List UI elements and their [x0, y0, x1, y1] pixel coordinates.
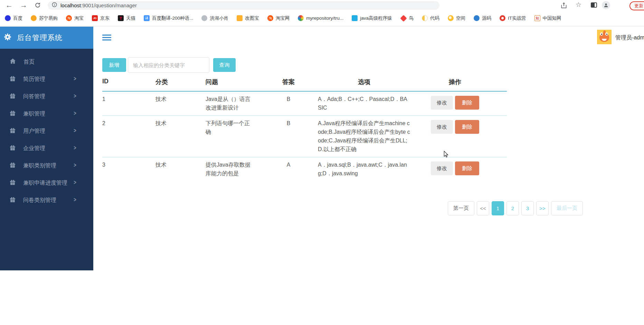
cell-question: 提供Java存取数据库能力的包是: [206, 157, 269, 181]
add-button[interactable]: 新增: [102, 58, 126, 72]
qzone-icon: [448, 15, 454, 21]
edit-button[interactable]: 修改: [431, 120, 453, 134]
edit-button[interactable]: 修改: [431, 161, 453, 175]
pagination-page-2[interactable]: 2: [506, 201, 519, 215]
edit-button[interactable]: 修改: [431, 96, 453, 110]
update-button[interactable]: 更新: [629, 1, 644, 10]
refresh-icon[interactable]: [35, 2, 41, 10]
cell-answer: B: [269, 116, 307, 131]
sidebar-item-qa-mgmt[interactable]: 问答管理 >: [0, 88, 93, 105]
cell-options: A．java.sql;B．java.awt;C．java.lang;D．java…: [307, 157, 418, 181]
back-icon[interactable]: ←: [6, 0, 13, 10]
pagination-next[interactable]: >>: [536, 201, 549, 215]
info-icon[interactable]: [52, 2, 57, 9]
bookmarks-bar: 百度 苏宁易购 淘淘宝 JD京东 T天猫 译百度翻译-200种语... 洪湖小肖…: [0, 10, 644, 26]
bookmark-bilibili[interactable]: java高级程序猿: [352, 15, 392, 21]
bookmark-bird[interactable]: 鸟: [400, 15, 414, 21]
main-content: 新增 查询 ID 分类 问题 答案 选项 操作 1 技术 Java是从（）语言改…: [93, 49, 644, 325]
bookmark-fanyi[interactable]: 译百度翻译-200种语...: [144, 15, 193, 21]
sidebar-item-enterprise-mgmt[interactable]: 企业管理 >: [0, 140, 93, 157]
bookmark-taobaowang[interactable]: 淘淘宝网: [267, 15, 290, 21]
bookmark-myrepository[interactable]: myrepository/tru...: [298, 15, 343, 21]
browser-chrome: ← → localhost:9001/question/manager ☆ 更新: [0, 0, 644, 10]
pagination-page-3[interactable]: 3: [521, 201, 534, 215]
menu-toggle-icon[interactable]: [102, 35, 111, 42]
repository-icon: [298, 15, 304, 21]
profile-icon[interactable]: [602, 1, 610, 9]
pagination: 第一页 << 1 2 3 >> 最后一页: [448, 201, 583, 215]
suning-icon: [31, 15, 37, 21]
table-row: 3 技术 提供Java存取数据库能力的包是 A A．java.sql;B．jav…: [102, 157, 507, 181]
forward-icon[interactable]: →: [20, 0, 27, 10]
cell-operation: 修改 删除: [418, 157, 507, 179]
table-row: 1 技术 Java是从（）语言改进重新设计 B A．Ada;B．C++;C．Pa…: [102, 92, 507, 116]
column-header-id: ID: [102, 74, 155, 90]
sidebar-item-home[interactable]: 首页: [0, 53, 93, 71]
pagination-prev[interactable]: <<: [477, 201, 489, 215]
honghu-icon: [201, 15, 207, 21]
sidebar-item-parttime-category-mgmt[interactable]: 兼职类别管理 >: [0, 157, 93, 174]
column-header-answer: 答案: [269, 74, 307, 91]
bookmark-yuanma[interactable]: 源码: [474, 15, 491, 21]
bird-icon: [400, 15, 407, 22]
chevron-right-icon: >: [74, 75, 76, 82]
sidebar-item-application-progress-mgmt[interactable]: 兼职申请进度管理 >: [0, 174, 93, 192]
source-code-icon: [474, 15, 480, 21]
bookmark-star-icon[interactable]: ☆: [576, 1, 581, 9]
avatar[interactable]: [597, 30, 612, 44]
jd-icon: JD: [92, 15, 98, 21]
cell-operation: 修改 删除: [418, 116, 507, 137]
bookmark-taobao[interactable]: 淘淘宝: [66, 15, 84, 21]
translate-icon: 译: [144, 15, 150, 21]
screen: ← → localhost:9001/question/manager ☆ 更新…: [0, 0, 644, 325]
bookmark-honghu[interactable]: 洪湖小肖: [201, 15, 228, 21]
sidebar-item-questionnaire-category-mgmt[interactable]: 问卷类别管理 >: [0, 192, 93, 209]
bookmark-tmall[interactable]: T天猫: [118, 15, 135, 21]
pagination-first[interactable]: 第一页: [448, 201, 474, 215]
gift-icon: [10, 76, 16, 83]
pagination-page-1[interactable]: 1: [492, 201, 504, 215]
bookmark-qzone[interactable]: 空间: [448, 15, 465, 21]
gift-icon: [10, 162, 16, 169]
bookmark-baidu[interactable]: 百度: [5, 15, 22, 21]
sidebar-header: 后台管理系统: [0, 27, 93, 49]
cell-answer: A: [269, 157, 307, 173]
search-input[interactable]: [128, 57, 209, 73]
chevron-right-icon: >: [74, 196, 76, 203]
query-button[interactable]: 查询: [213, 58, 236, 72]
bookmark-code[interactable]: 代码: [422, 15, 439, 21]
baidu-icon: [5, 15, 11, 21]
bookmark-cnki[interactable]: 知中国知网: [534, 15, 561, 21]
bilibili-icon: [352, 15, 358, 21]
side-panel-icon[interactable]: [591, 2, 597, 8]
url-text: localhost:9001/question/manager: [60, 2, 137, 8]
bookmark-suning[interactable]: 苏宁易购: [31, 15, 58, 21]
question-table: ID 分类 问题 答案 选项 操作 1 技术 Java是从（）语言改进重新设计 …: [102, 74, 507, 181]
column-header-options: 选项: [307, 74, 418, 91]
url-bar[interactable]: localhost:9001/question/manager: [48, 1, 439, 10]
app-title: 后台管理系统: [17, 33, 63, 43]
share-icon[interactable]: [560, 2, 567, 10]
topbar: 管理员-adm: [93, 27, 644, 49]
cell-question: 下列语句哪一个正确: [206, 116, 269, 140]
delete-button[interactable]: 删除: [455, 120, 479, 134]
user-name: 管理员-adm: [615, 34, 644, 41]
cell-options: A．Ada;B．C++;C．Pasacal;D．BASIC: [307, 92, 418, 115]
delete-button[interactable]: 删除: [455, 161, 479, 175]
bookmark-gaitubao[interactable]: 改图宝: [237, 15, 259, 21]
chevron-right-icon: >: [74, 145, 76, 151]
cell-options: A.Java程序经编译后会产生machine code;B.Java程序经编译后…: [307, 116, 418, 157]
gift-icon: [10, 128, 16, 135]
pagination-last[interactable]: 最后一页: [551, 201, 583, 215]
cell-id: 2: [102, 116, 155, 131]
delete-button[interactable]: 删除: [455, 96, 479, 110]
sidebar-item-parttime-mgmt[interactable]: 兼职管理 >: [0, 105, 93, 122]
table-header-row: ID 分类 问题 答案 选项 操作: [102, 74, 507, 92]
bookmark-itshizhan[interactable]: IT实战营: [500, 15, 526, 21]
cnki-icon: 知: [534, 15, 540, 21]
tmall-icon: T: [118, 15, 124, 21]
sidebar-item-resume-mgmt[interactable]: 简历管理 >: [0, 71, 93, 88]
bookmark-jd[interactable]: JD京东: [92, 15, 110, 21]
it-camp-icon: [500, 15, 505, 21]
sidebar-item-user-mgmt[interactable]: 用户管理 >: [0, 122, 93, 140]
